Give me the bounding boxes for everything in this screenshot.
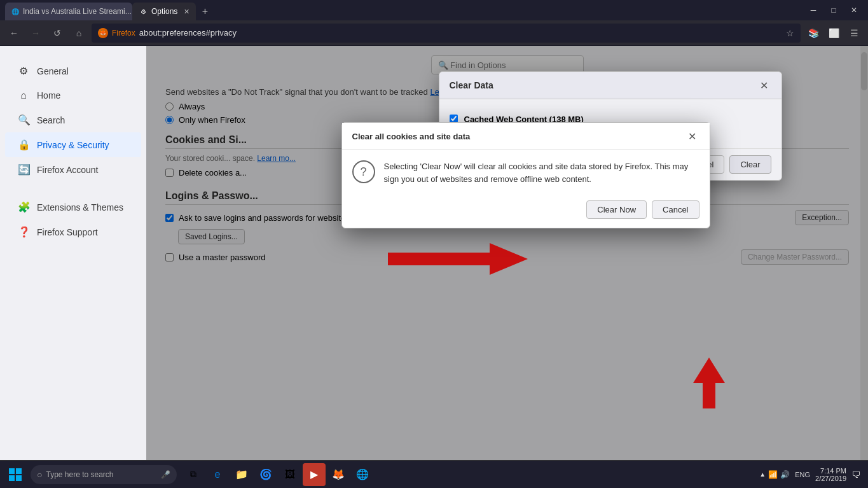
home-icon: ⌂ — [18, 90, 29, 101]
tab-2[interactable]: ⚙ Options ✕ — [132, 3, 196, 20]
sidebar-item-support[interactable]: ❓ Firefox Support — [5, 220, 141, 244]
privacy-icon: 🔒 — [18, 139, 29, 151]
explorer-icon[interactable]: 📁 — [230, 463, 253, 486]
sidebar-item-privacy-label: Privacy & Security — [37, 140, 109, 150]
confirm-close-button[interactable]: ✕ — [685, 129, 699, 143]
minimize-button[interactable]: ─ — [804, 1, 822, 19]
tray-expand-icon[interactable]: ▲ — [759, 471, 766, 478]
nav-bar: ← → ↺ ⌂ 🦊 Firefox about:preferences#priv… — [0, 20, 868, 46]
confirm-text: Selecting 'Clear Now' will clear all coo… — [384, 160, 699, 185]
clear-now-button[interactable]: Clear Now — [586, 200, 647, 219]
sidebar-item-account-label: Firefox Account — [37, 165, 99, 175]
network-icon: 📶 — [768, 470, 778, 479]
question-icon: ? — [352, 160, 375, 183]
window-controls: ─ □ ✕ — [804, 1, 863, 19]
sidebar-item-general-label: General — [37, 66, 69, 76]
system-tray-icons: ▲ 📶 🔊 — [759, 470, 790, 479]
main-pane: Send websites a "Do Not Track" signal th… — [146, 46, 868, 460]
address-bar[interactable]: 🦊 Firefox about:preferences#privacy ☆ — [92, 24, 801, 43]
confirm-title: Clear all cookies and site data — [352, 132, 471, 141]
sidebar-item-support-label: Firefox Support — [37, 227, 98, 237]
svg-rect-4 — [9, 475, 15, 481]
sidebar-item-extensions[interactable]: 🧩 Extensions & Themes — [5, 195, 141, 220]
task-view-button[interactable]: ⧉ — [182, 463, 205, 486]
synced-tabs-icon[interactable]: ⬜ — [825, 24, 843, 42]
tab-1-favicon: 🌐 — [11, 7, 19, 16]
extensions-icon: 🧩 — [18, 201, 29, 213]
confirm-title-bar: Clear all cookies and site data ✕ — [342, 123, 710, 150]
svg-rect-3 — [16, 468, 22, 474]
firefox-icon: 🦊 — [98, 28, 108, 38]
confirm-body: ? Selecting 'Clear Now' will clear all c… — [342, 150, 710, 195]
taskbar-search[interactable]: ○ Type here to search 🎤 — [31, 465, 177, 484]
sidebar-item-home[interactable]: ⌂ Home — [5, 83, 141, 108]
volume-icon[interactable]: 🔊 — [780, 470, 790, 479]
forward-button[interactable]: → — [27, 24, 45, 42]
address-text[interactable]: about:preferences#privacy — [139, 28, 782, 38]
microphone-icon: 🎤 — [161, 470, 170, 479]
taskbar-right: ▲ 📶 🔊 ENG 7:14 PM 2/27/2019 🗨 — [759, 467, 865, 482]
new-tab-button[interactable]: + — [196, 3, 214, 20]
support-icon: ❓ — [18, 226, 29, 238]
sidebar: ⚙ General ⌂ Home 🔍 Search 🔒 Privacy & Se… — [0, 46, 146, 460]
taskbar-icons: ⧉ e 📁 🌀 🖼 ▶ 🦊 🌐 — [182, 463, 374, 486]
svg-rect-5 — [16, 475, 22, 481]
search-icon: 🔍 — [18, 114, 29, 126]
photos-icon[interactable]: 🖼 — [279, 463, 301, 486]
language-label: ENG — [795, 471, 810, 478]
taskbar-search-label: Type here to search — [46, 470, 113, 479]
sidebar-item-search[interactable]: 🔍 Search — [5, 108, 141, 132]
account-icon: 🔄 — [18, 164, 29, 176]
sidebar-item-privacy[interactable]: 🔒 Privacy & Security — [5, 132, 141, 157]
notification-icon[interactable]: 🗨 — [851, 470, 860, 480]
firefox-taskbar-icon[interactable]: 🦊 — [327, 463, 350, 486]
title-bar: 🌐 India vs Australia Live Streami... ✕ ⚙… — [0, 0, 868, 20]
app-icon-4[interactable]: 🌀 — [254, 463, 277, 486]
confirm-footer: Clear Now Cancel — [342, 195, 710, 228]
clear-data-clear-button[interactable]: Clear — [729, 155, 771, 174]
menu-button[interactable]: ☰ — [845, 24, 863, 42]
tab-1-title: India vs Australia Live Streami... — [23, 7, 132, 16]
tab-1[interactable]: 🌐 India vs Australia Live Streami... ✕ — [5, 3, 132, 20]
chrome-taskbar-icon[interactable]: 🌐 — [351, 463, 374, 486]
confirm-dialog: Clear all cookies and site data ✕ ? Sele… — [341, 122, 710, 228]
firefox-label: Firefox — [112, 29, 135, 38]
sidebar-item-home-label: Home — [37, 90, 60, 101]
tab-bar: 🌐 India vs Australia Live Streami... ✕ ⚙… — [5, 0, 804, 20]
clear-data-title: Clear Data — [450, 80, 493, 90]
sidebar-item-search-label: Search — [37, 115, 65, 125]
sidebar-item-firefox-account[interactable]: 🔄 Firefox Account — [5, 157, 141, 182]
clock-time: 7:14 PM — [815, 467, 846, 475]
clear-data-title-bar: Clear Data ✕ — [439, 72, 782, 99]
tab-2-close[interactable]: ✕ — [184, 8, 189, 16]
general-icon: ⚙ — [18, 65, 29, 77]
start-button[interactable] — [3, 462, 28, 487]
bookmark-icon[interactable]: ☆ — [786, 28, 794, 38]
sidebar-item-general[interactable]: ⚙ General — [5, 59, 141, 83]
svg-rect-2 — [9, 468, 15, 474]
confirm-cancel-button[interactable]: Cancel — [652, 200, 699, 219]
home-button[interactable]: ⌂ — [70, 24, 88, 42]
browser-content: ⚙ General ⌂ Home 🔍 Search 🔒 Privacy & Se… — [0, 46, 868, 460]
tab-2-title: Options — [151, 7, 177, 16]
restore-button[interactable]: □ — [825, 1, 843, 19]
sidebar-item-extensions-label: Extensions & Themes — [37, 202, 123, 213]
clock-container: 7:14 PM 2/27/2019 — [815, 467, 846, 482]
app-icon-6[interactable]: ▶ — [303, 463, 326, 486]
library-icon[interactable]: 📚 — [804, 24, 822, 42]
tab-2-favicon: ⚙ — [139, 7, 148, 16]
clear-data-close-button[interactable]: ✕ — [757, 78, 771, 92]
taskbar: ○ Type here to search 🎤 ⧉ e 📁 🌀 🖼 ▶ 🦊 🌐 … — [0, 460, 868, 488]
windows-logo-icon — [9, 468, 22, 481]
edge-icon[interactable]: e — [206, 463, 229, 486]
back-button[interactable]: ← — [5, 24, 23, 42]
nav-right-buttons: 📚 ⬜ ☰ — [804, 24, 863, 42]
clock-date: 2/27/2019 — [815, 475, 846, 482]
reload-button[interactable]: ↺ — [48, 24, 66, 42]
close-button[interactable]: ✕ — [845, 1, 863, 19]
search-circle-icon: ○ — [37, 470, 42, 480]
